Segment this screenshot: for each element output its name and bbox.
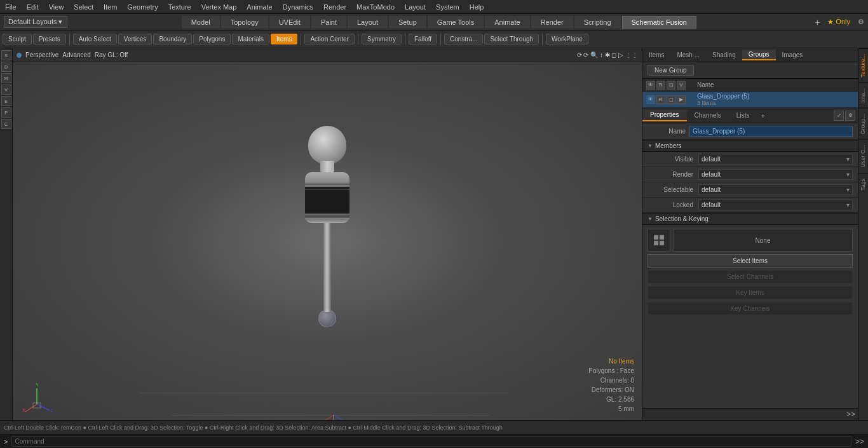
selectable-row: Selectable default ▾	[642, 182, 858, 198]
command-arrow-icon[interactable]: >>	[855, 437, 864, 446]
select-items-button[interactable]: Select Items	[648, 254, 853, 268]
props-tab-properties[interactable]: Properties	[642, 109, 687, 121]
polygons-button[interactable]: Polygons	[193, 34, 231, 44]
selection-keying-header[interactable]: ▼ Selection & Keying	[642, 213, 858, 225]
tab-layout[interactable]: Layout	[348, 16, 388, 29]
tab-uvedit[interactable]: UVEdit	[269, 16, 310, 29]
boundary-button[interactable]: Boundary	[153, 34, 192, 44]
tab-schematic-fusion[interactable]: Schematic Fusion	[622, 16, 696, 29]
left-btn-5[interactable]: E	[1, 96, 11, 106]
left-btn-2[interactable]: D	[1, 62, 11, 72]
tab-paint[interactable]: Paint	[311, 16, 346, 29]
tab-animate[interactable]: Animate	[485, 16, 529, 29]
tab-scripting[interactable]: Scripting	[574, 16, 621, 29]
selectable-label: Selectable	[648, 186, 698, 193]
select-through-button[interactable]: Select Through	[484, 34, 539, 44]
visible-select[interactable]: default ▾	[698, 154, 853, 165]
vertices-button[interactable]: Vertices	[118, 34, 153, 44]
menu-system[interactable]: System	[431, 2, 465, 12]
tab-mesh[interactable]: Mesh ...	[670, 50, 706, 60]
props-expand-icon[interactable]: ⤢	[834, 111, 844, 121]
layout-dropdown[interactable]: Default Layouts ▾	[4, 16, 67, 28]
tab-render[interactable]: Render	[531, 16, 573, 29]
items-button[interactable]: Items	[271, 34, 297, 44]
select-channels-button[interactable]: Select Channels	[648, 270, 853, 283]
left-btn-3[interactable]: M	[1, 73, 11, 83]
menu-vertexmap[interactable]: Vertex Map	[196, 2, 242, 12]
render-icon[interactable]: R	[656, 81, 665, 90]
key-channels-button[interactable]: Key Channels	[648, 302, 853, 315]
symmetry-button[interactable]: Symmetry	[362, 34, 402, 44]
menu-select[interactable]: Select	[69, 2, 98, 12]
materials-button[interactable]: Materials	[232, 34, 269, 44]
left-btn-7[interactable]: C	[1, 119, 11, 129]
tab-topology[interactable]: Topology	[221, 16, 268, 29]
presets-button[interactable]: Presets	[33, 34, 66, 44]
tab-images[interactable]: Images	[776, 50, 810, 60]
left-btn-6[interactable]: P	[1, 107, 11, 118]
group-row[interactable]: 👁 R ◻ ▶ Glass_Dropper (5) 3 Items	[642, 92, 858, 108]
group-render-icon[interactable]: R	[656, 95, 665, 104]
left-btn-4[interactable]: V	[1, 85, 11, 95]
vert-tab-tags[interactable]: Tags	[858, 173, 868, 196]
props-gear-icon[interactable]: ⚙	[845, 111, 855, 121]
viewport-dot[interactable]	[17, 53, 22, 58]
members-section-header[interactable]: ▼ Members	[642, 140, 858, 152]
sculpt-button[interactable]: Sculpt	[3, 34, 32, 44]
tab-setup[interactable]: Setup	[389, 16, 426, 29]
menu-help[interactable]: Help	[465, 2, 489, 12]
auto-select-button[interactable]: Auto Select	[73, 34, 117, 44]
command-input[interactable]	[11, 436, 851, 447]
tab-model[interactable]: Model	[182, 16, 220, 29]
viewport-advanced[interactable]: Advanced	[62, 51, 90, 58]
constraints-button[interactable]: Constra...	[444, 34, 483, 44]
render-select[interactable]: default ▾	[698, 169, 853, 180]
group-expand-icon[interactable]: ▶	[677, 95, 686, 104]
menu-animate[interactable]: Animate	[241, 2, 277, 12]
props-tab-lists[interactable]: Lists	[729, 110, 757, 121]
vert-tab-texture[interactable]: Texture...	[858, 48, 868, 83]
new-group-button[interactable]: New Group	[648, 65, 694, 76]
menu-dynamics[interactable]: Dynamics	[278, 2, 318, 12]
vert-tab-ima[interactable]: Ima...	[858, 83, 868, 108]
props-tab-channels[interactable]: Channels	[687, 110, 729, 121]
menu-texture[interactable]: Texture	[163, 2, 196, 12]
selectable-select[interactable]: default ▾	[698, 184, 853, 195]
layout-gear-icon[interactable]: ⚙	[854, 18, 868, 26]
lock-icon[interactable]: ◻	[667, 81, 675, 90]
menu-file[interactable]: File	[0, 2, 22, 12]
key-items-button[interactable]: Key Items	[648, 286, 853, 299]
locked-select[interactable]: default ▾	[698, 200, 853, 210]
falloff-button[interactable]: Falloff	[409, 34, 437, 44]
visible-row: Visible default ▾	[642, 152, 858, 167]
expand-right-icon[interactable]: >>	[846, 410, 855, 419]
tab-groups[interactable]: Groups	[742, 50, 776, 60]
menu-edit[interactable]: Edit	[22, 2, 44, 12]
toolbar-separator-1	[69, 34, 70, 45]
workplane-button[interactable]: WorkPlane	[546, 34, 588, 44]
action-center-button[interactable]: Action Center	[304, 34, 355, 44]
menu-layout[interactable]: Layout	[400, 2, 431, 12]
vert-tab-userc[interactable]: User C...	[858, 139, 868, 173]
group-lock-icon[interactable]: ◻	[667, 95, 675, 104]
vis-icon[interactable]: V	[677, 81, 686, 90]
eye-icon[interactable]: 👁	[646, 81, 655, 90]
left-btn-1[interactable]: S	[1, 50, 11, 60]
menu-maxtomodo[interactable]: MaxToModo	[351, 2, 400, 12]
menu-geometry[interactable]: Geometry	[122, 2, 163, 12]
tab-gametools[interactable]: Game Tools	[428, 16, 484, 29]
tab-shading[interactable]: Shading	[706, 50, 742, 60]
viewport-3d[interactable]: No Items Polygons : Face Channels: 0 Def…	[13, 62, 642, 420]
groups-table-header: 👁 R ◻ V Name	[642, 79, 858, 92]
layout-add-icon[interactable]: +	[811, 17, 824, 27]
menu-render[interactable]: Render	[318, 2, 351, 12]
props-tab-add-icon[interactable]: +	[757, 110, 768, 121]
vert-tab-group[interactable]: Group...	[858, 108, 868, 140]
menu-view[interactable]: View	[44, 2, 69, 12]
right-vert-tabs: Texture... Ima... Group... User C... Tag…	[858, 48, 868, 420]
tab-items[interactable]: Items	[642, 50, 670, 60]
group-eye-icon[interactable]: 👁	[646, 95, 655, 104]
menu-item[interactable]: Item	[98, 2, 122, 12]
name-input[interactable]	[689, 126, 853, 137]
viewport-raygl[interactable]: Ray GL: Off	[95, 51, 128, 58]
